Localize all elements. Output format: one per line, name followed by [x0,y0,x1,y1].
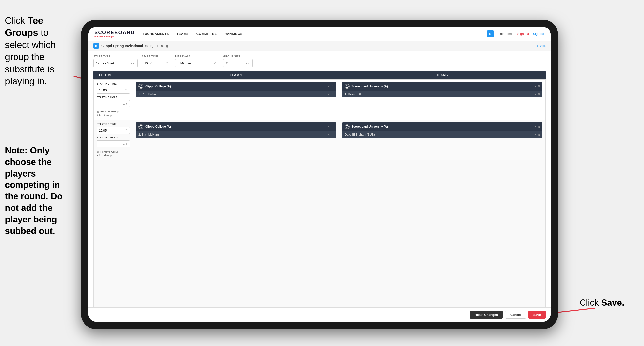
player-remove-btn-team1-1-0[interactable]: ✕ [328,133,330,136]
click-save-label: Click Save. [580,298,624,308]
team-name-team2-0: Scoreboard University (A) [352,85,388,88]
player-remove-btn-team2-0-0[interactable]: ✕ [534,93,536,96]
user-icon: B [487,30,494,37]
nav-rankings[interactable]: RANKINGS [224,31,242,36]
team-reorder-team1-1[interactable]: ⇅ [331,125,334,128]
logo-powered: Powered by clippd [94,35,135,38]
start-type-input[interactable]: 1st Tee Start ▲▼ [94,59,138,67]
player-row-team2-0-0: 1. Rees Britt ✕ ⇅ [342,91,542,97]
col-team1: Team 1 [133,71,339,79]
col-tee-time: Tee Time [94,71,133,79]
team2-col-1: Scoreboard University (A) ✕ ⇅ Dave Billi… [339,120,546,160]
main-content: Start Type 1st Tee Start ▲▼ Start Time 1… [88,51,550,308]
team-card-team1-0[interactable]: Clippd College (A) ✕ ⇅ 1. Rich Butler ✕ … [136,82,336,97]
start-type-label: Start Type [94,55,138,58]
team-card-team2-1[interactable]: Scoreboard University (A) ✕ ⇅ Dave Billi… [342,122,542,138]
team-card-header-team2-1: Scoreboard University (A) ✕ ⇅ [342,122,542,131]
sign-out-link[interactable]: Sign out [518,32,529,36]
player-actions-team1-0-0: ✕ ⇅ [328,93,334,96]
intervals-input[interactable]: 5 Minutes ⏱ [175,59,219,67]
trash-icon: 🗑 [96,110,99,113]
team-card-header-team1-0: Clippd College (A) ✕ ⇅ [136,82,336,91]
intervals-arrow: ⏱ [214,62,216,65]
cancel-button[interactable]: Cancel [505,311,526,319]
player-reorder-team1-1-0[interactable]: ⇅ [331,133,334,136]
team-actions-team2-1: ✕ ⇅ [534,125,540,128]
group-size-arrow: ▲▼ [245,62,250,65]
logo-area: SCOREBOARD Powered by clippd [94,30,135,38]
player-name-team1-1-0: 2. Blair McHarg [138,133,159,136]
breadcrumb-icon: B [94,43,99,49]
team-card-team1-1[interactable]: Clippd College (A) ✕ ⇅ 2. Blair McHarg ✕… [136,122,336,138]
back-button[interactable]: ‹ Back [536,44,546,48]
nav-links: TOURNAMENTS TEAMS COMMITTEE RANKINGS [142,31,487,36]
add-group-btn-0[interactable]: + Add Group [96,114,130,117]
sign-out-text[interactable]: Sign out [533,32,545,36]
team-card-left-team1-1: Clippd College (A) [138,124,171,129]
settings-row: Start Type 1st Tee Start ▲▼ Start Time 1… [94,55,546,67]
starting-time-label-0: STARTING TIME: [96,82,130,85]
start-time-field: Start Time 10:00 ⏱ [142,55,171,67]
reset-button[interactable]: Reset Changes [470,311,503,319]
instruction-note: Note: Only choose the players competing … [0,145,76,237]
team1-col-1: Clippd College (A) ✕ ⇅ 2. Blair McHarg ✕… [133,120,339,160]
player-reorder-team2-1-0[interactable]: ⇅ [538,133,540,136]
team-card-team2-0[interactable]: Scoreboard University (A) ✕ ⇅ 1. Rees Br… [342,82,542,97]
team-card-header-team1-1: Clippd College (A) ✕ ⇅ [136,122,336,131]
team-card-header-team2-0: Scoreboard University (A) ✕ ⇅ [342,82,542,91]
player-actions-team2-1-0: ✕ ⇅ [534,133,540,136]
add-group-btn-1[interactable]: + Add Group [96,154,130,157]
save-button[interactable]: Save [528,311,546,319]
player-row-team1-0-0: 1. Rich Butler ✕ ⇅ [136,91,336,97]
player-reorder-team2-0-0[interactable]: ⇅ [538,93,540,96]
logo-scoreboard: SCOREBOARD [94,30,135,35]
nav-teams[interactable]: TEAMS [177,31,188,36]
team-remove-btn-team2-0[interactable]: ✕ [534,85,536,88]
starting-time-input-0[interactable]: 10:00⏱ [96,87,130,94]
team-name-team1-1: Clippd College (A) [145,125,171,128]
team-remove-btn-team1-1[interactable]: ✕ [328,125,330,128]
remove-group-btn-0[interactable]: 🗑 Remove Group [96,110,130,113]
starting-hole-label-1: STARTING HOLE: [96,136,130,139]
svg-point-5 [346,85,348,88]
tee-group-row: STARTING TIME: 10:05⏱ STARTING HOLE: 1▲▼… [94,120,546,160]
team-card-left-team2-0: Scoreboard University (A) [344,84,388,89]
starting-hole-input-0[interactable]: 1▲▼ [96,100,130,107]
start-time-input[interactable]: 10:00 ⏱ [142,59,171,67]
team-icon-team2-0 [344,84,350,89]
team-card-left-team2-1: Scoreboard University (A) [344,124,388,129]
starting-time-input-1[interactable]: 10:05⏱ [96,127,130,134]
tee-groups-container: STARTING TIME: 10:00⏱ STARTING HOLE: 1▲▼… [94,79,546,308]
breadcrumb-tournament[interactable]: Clippd Spring Invitational [101,44,143,48]
player-row-team2-1-0: Dave Billingham (SUB) ✕ ⇅ [342,131,542,138]
team-card-left-team1-0: Clippd College (A) [138,84,171,89]
team-remove-btn-team1-0[interactable]: ✕ [328,85,330,88]
top-nav: SCOREBOARD Powered by clippd TOURNAMENTS… [88,27,550,41]
starting-hole-input-1[interactable]: 1▲▼ [96,140,130,147]
team-reorder-team2-0[interactable]: ⇅ [538,85,540,88]
start-type-arrow: ▲▼ [130,62,135,65]
starting-hole-label-0: STARTING HOLE: [96,96,130,99]
nav-right: B blair admin Sign out Sign out [487,30,545,37]
col-team2: Team 2 [339,71,546,79]
breadcrumb-bar: B Clippd Spring Invitational (Men) Hosti… [88,41,550,51]
intervals-field: Intervals 5 Minutes ⏱ [175,55,219,67]
player-remove-btn-team2-1-0[interactable]: ✕ [534,133,536,136]
nav-tournaments[interactable]: TOURNAMENTS [142,31,168,36]
tee-time-col-0: STARTING TIME: 10:00⏱ STARTING HOLE: 1▲▼… [94,79,133,120]
team-reorder-team2-1[interactable]: ⇅ [538,125,540,128]
player-actions-team1-1-0: ✕ ⇅ [328,133,334,136]
player-name-team2-0-0: 1. Rees Britt [344,93,361,96]
team-icon-team1-0 [138,84,143,89]
player-reorder-team1-0-0[interactable]: ⇅ [331,93,334,96]
nav-committee[interactable]: COMMITTEE [196,31,217,36]
remove-group-btn-1[interactable]: 🗑 Remove Group [96,150,130,153]
group-size-input[interactable]: 2 ▲▼ [223,59,253,67]
team-name-team2-1: Scoreboard University (A) [352,125,388,128]
group-size-label: Group Size [223,55,253,58]
team-reorder-team1-0[interactable]: ⇅ [331,85,334,88]
player-remove-btn-team1-0-0[interactable]: ✕ [328,93,330,96]
team-remove-btn-team2-1[interactable]: ✕ [534,125,536,128]
team2-col-0: Scoreboard University (A) ✕ ⇅ 1. Rees Br… [339,79,546,120]
tee-time-col-1: STARTING TIME: 10:05⏱ STARTING HOLE: 1▲▼… [94,120,133,160]
